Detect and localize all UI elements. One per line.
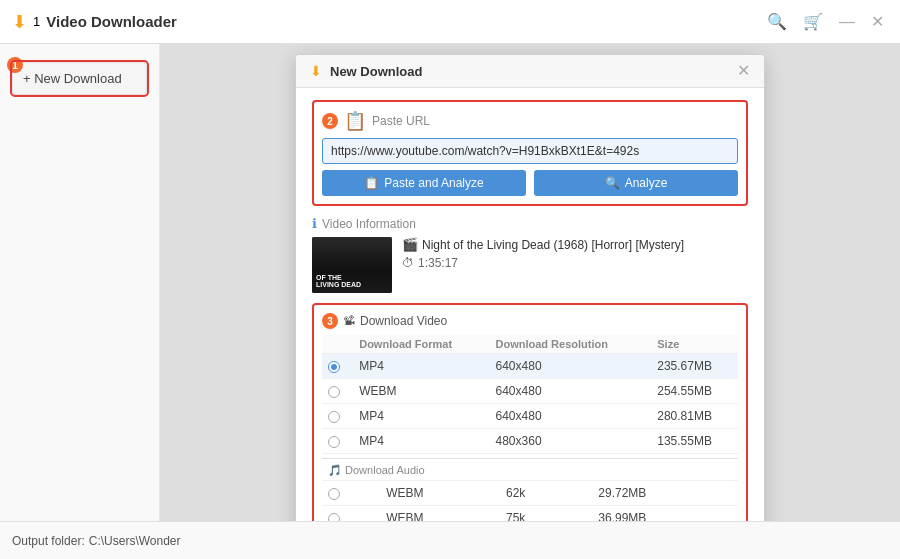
info-icon: ℹ [312, 216, 317, 231]
format-cell: MP4 [353, 429, 489, 454]
table-header-row: Download Format Download Resolution Size [322, 335, 738, 354]
video-info-section: ℹ Video Information OF THELIVING DEAD [312, 216, 748, 293]
resolution-cell: 640x480 [490, 379, 652, 404]
logo-area: ⬇ 1 Video Downloader [12, 11, 177, 33]
audio-section-header: 🎵 Download Audio [322, 459, 738, 481]
video-duration-text: 1:35:17 [418, 256, 458, 270]
resolution-cell: 640x480 [490, 354, 652, 379]
video-info-label: ℹ Video Information [312, 216, 748, 231]
audio-format-row[interactable]: WEBM 62k 29.72MB [322, 481, 738, 506]
size-cell: 280.81MB [651, 404, 738, 429]
modal-dialog: ⬇ New Download ✕ 2 📋 Paste URL [295, 54, 765, 559]
resolution-cell: 640x480 [490, 404, 652, 429]
video-info-label-text: Video Information [322, 217, 416, 231]
format-cell: WEBM [353, 379, 489, 404]
video-meta: 🎬 Night of the Living Dead (1968) [Horro… [402, 237, 684, 270]
format-cell: MP4 [353, 404, 489, 429]
dv-icon: 📽 [343, 314, 355, 328]
analyze-icon: 🔍 [605, 176, 620, 190]
close-button[interactable]: ✕ [867, 8, 888, 35]
bottom-bar: Output folder: C:\Users\Wonder [0, 521, 900, 559]
radio-2[interactable] [328, 411, 340, 423]
video-format-row[interactable]: MP4 640x480 235.67MB [322, 354, 738, 379]
url-badge: 2 [322, 113, 338, 129]
download-icon: ⬇ [310, 63, 322, 79]
size-cell: 235.67MB [651, 354, 738, 379]
audio-resolution-cell: 62k [500, 481, 592, 506]
modal-header: ⬇ New Download ✕ [296, 55, 764, 88]
app-badge: 1 [33, 14, 40, 29]
download-video-badge: 3 [322, 313, 338, 329]
new-download-button[interactable]: 1 + New Download [12, 62, 147, 95]
new-download-label: + New Download [23, 71, 122, 86]
film-icon: 🎬 [402, 237, 418, 252]
cart-icon[interactable]: 🛒 [799, 8, 827, 35]
audio-format-cell: WEBM [380, 481, 500, 506]
video-thumbnail: OF THELIVING DEAD [312, 237, 392, 293]
radio-1[interactable] [328, 386, 340, 398]
logo-icon: ⬇ [12, 11, 27, 33]
format-col-header: Download Format [353, 335, 489, 354]
app-title-text: Video Downloader [46, 13, 177, 30]
app-title: Video Downloader [46, 13, 177, 30]
video-title: Night of the Living Dead (1968) [Horror]… [422, 238, 684, 252]
sidebar: 1 + New Download [0, 44, 160, 559]
url-buttons: 📋 Paste and Analyze 🔍 Analyze [322, 170, 738, 196]
video-format-row[interactable]: WEBM 640x480 254.55MB [322, 379, 738, 404]
main-content: ⬇ New Download ✕ 2 📋 Paste URL [160, 44, 900, 559]
search-icon[interactable]: 🔍 [763, 8, 791, 35]
paste-btn-label: Paste and Analyze [384, 176, 483, 190]
new-download-badge: 1 [7, 57, 23, 73]
download-video-label: 3 📽 Download Video [322, 313, 738, 329]
url-input[interactable] [322, 138, 738, 164]
audio-icon: 🎵 [328, 464, 342, 476]
output-folder-path: C:\Users\Wonder [89, 534, 181, 548]
audio-size-cell: 29.72MB [592, 481, 738, 506]
output-folder-label: Output folder: [12, 534, 85, 548]
video-info-content: OF THELIVING DEAD 🎬 Night of the Living … [312, 237, 748, 293]
url-icon: 📋 [344, 110, 366, 132]
resolution-col-header: Download Resolution [490, 335, 652, 354]
audio-label: Download Audio [345, 464, 425, 476]
modal-close-button[interactable]: ✕ [737, 63, 750, 79]
video-format-row[interactable]: MP4 480x360 135.55MB [322, 429, 738, 454]
modal-title: New Download [330, 64, 729, 79]
clock-icon: ⏱ [402, 256, 414, 270]
minimize-button[interactable]: — [835, 9, 859, 35]
top-bar-actions: 🔍 🛒 — ✕ [763, 8, 888, 35]
audio-radio-0[interactable] [328, 488, 340, 500]
app-window: ⬇ 1 Video Downloader 🔍 🛒 — ✕ 1 + New Dow… [0, 0, 900, 559]
video-format-row[interactable]: MP4 640x480 280.81MB [322, 404, 738, 429]
analyze-button[interactable]: 🔍 Analyze [534, 170, 738, 196]
radio-0[interactable] [328, 361, 340, 373]
paste-url-label: Paste URL [372, 114, 430, 128]
paste-and-analyze-button[interactable]: 📋 Paste and Analyze [322, 170, 526, 196]
download-video-label-text: Download Video [360, 314, 447, 328]
video-thumb-text: OF THELIVING DEAD [316, 274, 388, 289]
paste-icon: 📋 [364, 176, 379, 190]
modal-overlay: ⬇ New Download ✕ 2 📋 Paste URL [160, 44, 900, 559]
url-section: 2 📋 Paste URL 📋 Paste and Analyze [312, 100, 748, 206]
url-row: 2 📋 Paste URL [322, 110, 738, 132]
video-duration: ⏱ 1:35:17 [402, 256, 684, 270]
app-body: 1 + New Download ⬇ New Download ✕ [0, 44, 900, 559]
size-cell: 135.55MB [651, 429, 738, 454]
analyze-btn-label: Analyze [625, 176, 668, 190]
select-col-header [322, 335, 353, 354]
size-col-header: Size [651, 335, 738, 354]
format-cell: MP4 [353, 354, 489, 379]
size-cell: 254.55MB [651, 379, 738, 404]
radio-3[interactable] [328, 436, 340, 448]
resolution-cell: 480x360 [490, 429, 652, 454]
video-rows-body: MP4 640x480 235.67MB WEBM 640x480 254.55… [322, 354, 738, 454]
format-table: Download Format Download Resolution Size… [322, 335, 738, 454]
top-bar: ⬇ 1 Video Downloader 🔍 🛒 — ✕ [0, 0, 900, 44]
modal-body: 2 📋 Paste URL 📋 Paste and Analyze [296, 88, 764, 559]
